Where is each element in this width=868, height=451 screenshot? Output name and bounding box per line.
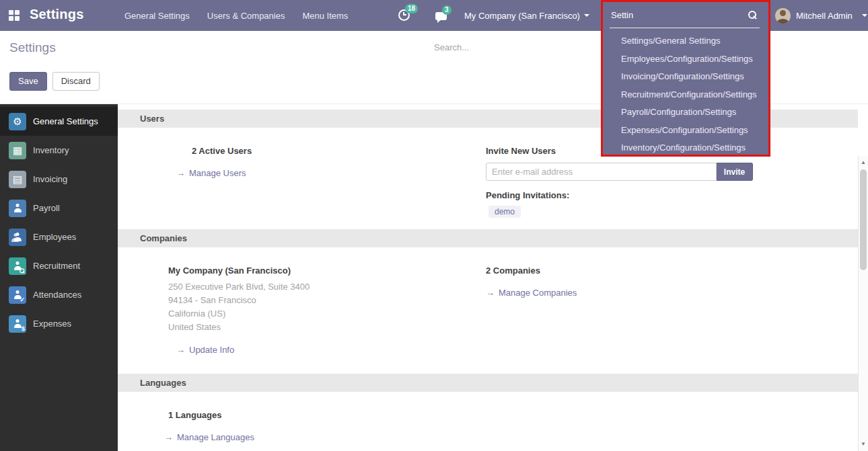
scroll-up-arrow-icon[interactable]: ▲ — [859, 158, 868, 167]
menu-users-companies[interactable]: Users & Companies — [207, 11, 285, 21]
search-result-item[interactable]: Settings/General Settings — [603, 32, 768, 50]
companies-count: 2 Companies — [486, 265, 858, 277]
document-icon: ▤ — [9, 171, 26, 188]
person-search-icon — [9, 257, 26, 275]
company-name: My Company (San Francisco) — [168, 265, 486, 277]
sidebar-item-label: Recruitment — [33, 261, 80, 271]
arrow-right-icon: → — [176, 168, 185, 178]
invite-button[interactable]: Invite — [717, 163, 753, 181]
search-result-item[interactable]: Expenses/Configuration/Settings — [603, 122, 768, 140]
languages-count: 1 Languages — [168, 409, 486, 421]
sidebar-item-inventory[interactable]: ▦ Inventory — [0, 136, 118, 165]
user-name: Mitchell Admin — [796, 11, 853, 21]
scrollbar-thumb[interactable] — [860, 169, 867, 270]
arrow-right-icon: → — [176, 345, 185, 355]
address-line: California (US) — [168, 307, 486, 321]
sidebar-item-label: General Settings — [33, 116, 98, 126]
menu-search-input[interactable] — [611, 10, 719, 20]
pending-invitations-label: Pending Invitations: — [486, 190, 858, 202]
people-icon — [9, 229, 26, 246]
search-result-item[interactable]: Inventory/Configuration/Settings — [603, 139, 768, 157]
chevron-down-icon — [862, 14, 867, 17]
settings-sidebar: ⚙ General Settings ▦ Inventory ▤ Invoici… — [0, 104, 118, 451]
settings-app-screen: Settings General Settings Users & Compan… — [0, 0, 868, 451]
address-line: 250 Executive Park Blvd, Suite 3400 — [168, 280, 486, 294]
manage-users-label: Manage Users — [189, 168, 246, 178]
menu-search-input-row — [603, 2, 768, 30]
section-header-companies: Companies — [118, 229, 858, 247]
control-panel-buttons: Save Discard — [9, 72, 100, 91]
address-line: 94134 - San Francisco — [168, 294, 486, 307]
manage-languages-link[interactable]: → Manage Languages — [164, 432, 254, 442]
sidebar-item-recruitment[interactable]: Recruitment — [0, 251, 118, 280]
activity-count-badge: 18 — [405, 4, 418, 13]
menu-search-results: Settings/General Settings Employees/Conf… — [603, 30, 768, 157]
sidebar-item-label: Payroll — [33, 203, 60, 213]
company-address: 250 Executive Park Blvd, Suite 3400 9413… — [168, 280, 486, 334]
sidebar-item-invoicing[interactable]: ▤ Invoicing — [0, 165, 118, 194]
scroll-down-arrow-icon[interactable]: ▼ — [859, 440, 868, 449]
page-title: Settings — [9, 40, 56, 55]
magnifier-icon — [20, 268, 25, 274]
sidebar-item-label: Invoicing — [33, 174, 67, 184]
sidebar-item-label: Expenses — [33, 319, 71, 329]
person-money-icon — [9, 200, 26, 217]
sidebar-item-employees[interactable]: Employees — [0, 222, 118, 251]
message-count-badge: 3 — [442, 5, 451, 15]
company-switcher-label: My Company (San Francisco) — [464, 11, 580, 21]
search-result-item[interactable]: Payroll/Configuration/Settings — [603, 104, 768, 122]
company-switcher[interactable]: My Company (San Francisco) — [464, 0, 589, 31]
menu-general-settings[interactable]: General Settings — [124, 11, 190, 21]
menu-search-dropdown: Settings/General Settings Employees/Conf… — [601, 0, 770, 157]
vertical-scrollbar[interactable]: ▲ ▼ — [858, 156, 868, 451]
activity-systray[interactable]: 18 — [398, 9, 410, 24]
user-menu[interactable]: Mitchell Admin — [775, 0, 867, 31]
section-header-languages: Languages — [118, 374, 858, 392]
chevron-down-icon — [584, 14, 589, 17]
gear-icon: ⚙ — [9, 113, 26, 130]
avatar — [775, 8, 791, 24]
section-title: Companies — [140, 233, 187, 243]
address-line: United States — [168, 321, 486, 334]
invite-input-group: Invite — [486, 163, 858, 181]
save-button[interactable]: Save — [9, 72, 47, 91]
sidebar-item-attendances[interactable]: ✓ Attendances — [0, 280, 118, 309]
sidebar-item-payroll[interactable]: Payroll — [0, 194, 118, 222]
search-icon — [748, 11, 757, 19]
app-name[interactable]: Settings — [30, 7, 84, 22]
languages-section-body: 1 Languages → Manage Languages — [118, 392, 858, 443]
input-underline — [610, 28, 760, 28]
search-result-item[interactable]: Invoicing/Configuration/Settings — [603, 68, 768, 86]
manage-companies-link[interactable]: → Manage Companies — [486, 288, 577, 298]
manage-users-link[interactable]: → Manage Users — [176, 168, 246, 178]
boxes-icon: ▦ — [9, 142, 26, 159]
menu-menu-items[interactable]: Menu Items — [302, 11, 348, 21]
sidebar-item-label: Inventory — [33, 145, 69, 155]
discard-button[interactable]: Discard — [52, 72, 100, 91]
invite-email-input[interactable] — [486, 163, 717, 181]
sidebar-item-expenses[interactable]: $ Expenses — [0, 309, 118, 338]
section-title: Languages — [140, 378, 186, 388]
pending-invite-tag[interactable]: demo — [489, 206, 521, 218]
navbar-menu: General Settings Users & Companies Menu … — [124, 0, 348, 31]
sidebar-item-label: Employees — [33, 232, 76, 242]
manage-companies-label: Manage Companies — [499, 288, 577, 298]
arrow-right-icon: → — [486, 288, 495, 298]
companies-section-body: My Company (San Francisco) 250 Executive… — [118, 247, 858, 374]
apps-grid-icon[interactable] — [9, 10, 20, 21]
search-result-item[interactable]: Employees/Configuration/Settings — [603, 50, 768, 69]
arrow-right-icon: → — [164, 432, 173, 442]
messages-systray[interactable]: 3 — [435, 11, 447, 23]
search-result-item[interactable]: Recruitment/Configuration/Settings — [603, 86, 768, 104]
manage-languages-label: Manage Languages — [177, 432, 254, 442]
section-title: Users — [140, 114, 164, 124]
sidebar-item-general-settings[interactable]: ⚙ General Settings — [0, 107, 118, 136]
update-info-link[interactable]: → Update Info — [176, 345, 234, 355]
users-group-icon — [168, 147, 186, 157]
person-check-icon: ✓ — [9, 286, 26, 304]
search-input[interactable] — [434, 42, 589, 52]
sidebar-item-label: Attendances — [33, 290, 81, 300]
person-dollar-icon: $ — [9, 315, 26, 333]
update-info-label: Update Info — [189, 345, 234, 355]
active-users-count: 2 Active Users — [192, 145, 252, 157]
